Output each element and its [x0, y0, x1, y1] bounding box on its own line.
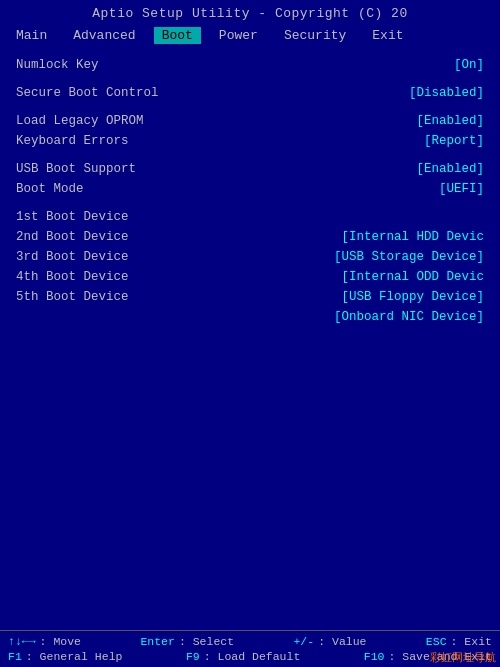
setting-label-0: Numlock Key — [16, 58, 99, 72]
setting-value-0[interactable]: [On] — [454, 58, 484, 72]
footer-item-1-0: F1: General Help — [8, 650, 122, 663]
setting-value-5[interactable]: [Report] — [424, 134, 484, 148]
spacer-3 — [16, 104, 484, 112]
setting-label-8: Boot Mode — [16, 182, 84, 196]
title-bar: Aptio Setup Utility - Copyright (C) 20 — [0, 0, 500, 25]
setting-value-12[interactable]: [USB Storage Device] — [334, 250, 484, 264]
setting-label-2: Secure Boot Control — [16, 86, 159, 100]
setting-value-7[interactable]: [Enabled] — [416, 162, 484, 176]
setting-value-11[interactable]: [Internal HDD Devic — [341, 230, 484, 244]
menu-item-boot[interactable]: Boot — [154, 27, 201, 44]
spacer-9 — [16, 200, 484, 208]
setting-label-4: Load Legacy OPROM — [16, 114, 144, 128]
setting-row-7: USB Boot Support[Enabled] — [16, 160, 484, 180]
setting-row-14: 5th Boot Device[USB Floppy Device] — [16, 288, 484, 308]
footer-key-0-2: +/- — [293, 635, 314, 648]
setting-value-15[interactable]: [Onboard NIC Device] — [334, 310, 484, 324]
menu-item-security[interactable]: Security — [276, 27, 354, 44]
menu-bar: MainAdvancedBootPowerSecurityExit — [0, 25, 500, 48]
footer: ↑↓←→: MoveEnter: Select+/-: ValueESC: Ex… — [0, 630, 500, 667]
footer-item-1-1: F9: Load Default — [186, 650, 300, 663]
footer-desc-0-0: : Move — [40, 635, 81, 648]
setting-row-11: 2nd Boot Device[Internal HDD Devic — [16, 228, 484, 248]
setting-row-13: 4th Boot Device[Internal ODD Devic — [16, 268, 484, 288]
footer-desc-1-1: : Load Default — [204, 650, 301, 663]
footer-key-1-2: F10 — [364, 650, 385, 663]
menu-item-advanced[interactable]: Advanced — [65, 27, 143, 44]
footer-item-0-3: ESC: Exit — [426, 635, 492, 648]
footer-desc-1-0: : General Help — [26, 650, 123, 663]
setting-label-7: USB Boot Support — [16, 162, 136, 176]
bios-container: Aptio Setup Utility - Copyright (C) 20 M… — [0, 0, 500, 667]
setting-value-8[interactable]: [UEFI] — [439, 182, 484, 196]
setting-row-15: [Onboard NIC Device] — [16, 308, 484, 328]
menu-item-power[interactable]: Power — [211, 27, 266, 44]
setting-value-4[interactable]: [Enabled] — [416, 114, 484, 128]
footer-desc-0-3: : Exit — [451, 635, 492, 648]
footer-row-0: ↑↓←→: MoveEnter: Select+/-: ValueESC: Ex… — [8, 635, 492, 648]
footer-key-0-3: ESC — [426, 635, 447, 648]
content-area: Numlock Key[On]Secure Boot Control[Disab… — [0, 48, 500, 630]
footer-desc-0-1: : Select — [179, 635, 234, 648]
setting-value-13[interactable]: [Internal ODD Devic — [341, 270, 484, 284]
setting-row-2: Secure Boot Control[Disabled] — [16, 84, 484, 104]
watermark: 彩虹网址导航 — [430, 650, 496, 665]
footer-key-1-1: F9 — [186, 650, 200, 663]
setting-row-4: Load Legacy OPROM[Enabled] — [16, 112, 484, 132]
footer-key-0-0: ↑↓←→ — [8, 635, 36, 648]
footer-item-0-0: ↑↓←→: Move — [8, 635, 81, 648]
setting-label-12: 3rd Boot Device — [16, 250, 129, 264]
footer-item-0-2: +/-: Value — [293, 635, 366, 648]
menu-item-main[interactable]: Main — [8, 27, 55, 44]
title-text: Aptio Setup Utility - Copyright (C) 20 — [92, 6, 407, 21]
setting-label-10: 1st Boot Device — [16, 210, 129, 224]
setting-row-12: 3rd Boot Device[USB Storage Device] — [16, 248, 484, 268]
footer-desc-0-2: : Value — [318, 635, 366, 648]
setting-row-10: 1st Boot Device — [16, 208, 484, 228]
setting-label-14: 5th Boot Device — [16, 290, 129, 304]
footer-item-0-1: Enter: Select — [140, 635, 234, 648]
setting-row-8: Boot Mode[UEFI] — [16, 180, 484, 200]
setting-value-2[interactable]: [Disabled] — [409, 86, 484, 100]
footer-row-1: F1: General HelpF9: Load DefaultF10: Sav… — [8, 650, 492, 663]
footer-key-1-0: F1 — [8, 650, 22, 663]
spacer-6 — [16, 152, 484, 160]
setting-value-14[interactable]: [USB Floppy Device] — [341, 290, 484, 304]
footer-key-0-1: Enter — [140, 635, 175, 648]
spacer-1 — [16, 76, 484, 84]
setting-row-0: Numlock Key[On] — [16, 56, 484, 76]
menu-item-exit[interactable]: Exit — [364, 27, 411, 44]
setting-label-13: 4th Boot Device — [16, 270, 129, 284]
setting-label-11: 2nd Boot Device — [16, 230, 129, 244]
setting-label-5: Keyboard Errors — [16, 134, 129, 148]
setting-row-5: Keyboard Errors[Report] — [16, 132, 484, 152]
